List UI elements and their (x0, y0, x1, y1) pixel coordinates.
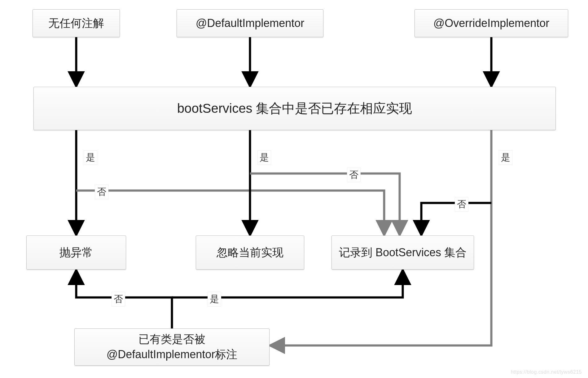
node-override-implementor: @OverrideImplementor (415, 9, 568, 37)
node-label: 记录到 BootServices 集合 (339, 245, 467, 260)
node-label: bootServices 集合中是否已存在相应实现 (177, 100, 412, 117)
watermark: https://blog.csdn.net/lyws6215 (511, 369, 582, 375)
node-label: 抛异常 (59, 245, 93, 260)
node-ignore-current: 忽略当前实现 (196, 235, 304, 270)
edge-label-right-no: 否 (455, 197, 468, 212)
edge-label-mid-yes: 是 (257, 150, 271, 165)
node-label: 忽略当前实现 (217, 245, 283, 260)
node-throw-exception: 抛异常 (26, 235, 126, 270)
node-check-exists: bootServices 集合中是否已存在相应实现 (33, 87, 556, 130)
node-no-annotation: 无任何注解 (33, 9, 120, 37)
node-label: 已有类是否被 @DefaultImplementor标注 (107, 332, 238, 362)
diagram-edges (0, 0, 588, 378)
edge-label-mid-no: 否 (347, 168, 361, 182)
node-label: 无任何注解 (48, 16, 104, 31)
node-label: @OverrideImplementor (433, 16, 550, 31)
node-record-to-boot: 记录到 BootServices 集合 (331, 235, 474, 270)
edge-label-bottom-yes: 是 (208, 292, 221, 306)
node-check-default-annotated: 已有类是否被 @DefaultImplementor标注 (74, 328, 270, 366)
edge-label-left-no: 否 (95, 185, 108, 199)
node-default-implementor: @DefaultImplementor (177, 9, 323, 37)
edge-label-left-yes: 是 (84, 150, 97, 165)
node-label: @DefaultImplementor (196, 16, 305, 31)
edge-label-bottom-no: 否 (112, 292, 125, 306)
edge-label-right-yes: 是 (499, 150, 512, 165)
